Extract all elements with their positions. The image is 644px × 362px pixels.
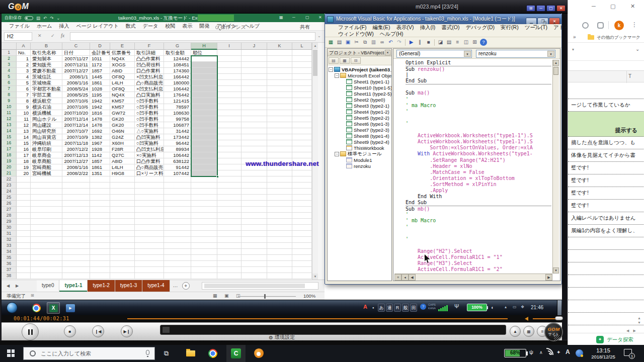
cell[interactable] bbox=[191, 273, 217, 279]
cell[interactable] bbox=[191, 207, 217, 213]
zoom-slider-knob[interactable] bbox=[264, 294, 266, 299]
cell[interactable]: OF8Q bbox=[110, 74, 135, 80]
code-line[interactable]: .SortMethod = xlPinYin bbox=[406, 182, 551, 188]
bookmarks-overflow-icon[interactable]: » bbox=[573, 34, 576, 40]
cell[interactable]: 岡山ホテル bbox=[31, 116, 62, 122]
recorded-excel-icon[interactable]: X bbox=[47, 302, 60, 314]
menu-item[interactable]: ヘルプ(H) bbox=[377, 31, 407, 38]
cell[interactable] bbox=[191, 104, 217, 110]
seek-bar[interactable] bbox=[160, 325, 506, 335]
cell[interactable] bbox=[292, 62, 312, 68]
cell[interactable] bbox=[292, 146, 312, 152]
row-header[interactable]: 24 bbox=[2, 189, 17, 195]
cell[interactable] bbox=[191, 68, 217, 74]
file-explorer-icon[interactable] bbox=[186, 350, 195, 356]
cell[interactable] bbox=[90, 201, 110, 207]
column-header[interactable]: L bbox=[292, 43, 312, 50]
tree-item[interactable]: ThisWorkbook bbox=[328, 145, 391, 151]
cell[interactable] bbox=[292, 207, 312, 213]
formula-expand-icon[interactable]: ⌄ bbox=[317, 34, 321, 38]
ribbon-display-icon[interactable]: ▦ bbox=[279, 15, 283, 20]
cell[interactable] bbox=[217, 104, 242, 110]
cell[interactable] bbox=[292, 68, 312, 74]
cell[interactable] bbox=[164, 201, 191, 207]
cell[interactable]: XOGS bbox=[110, 62, 135, 68]
tree-item[interactable]: Sheet5 (type2-2) bbox=[328, 115, 391, 121]
cell[interactable]: 茨城物産 bbox=[31, 80, 62, 86]
cell[interactable]: 1942 bbox=[90, 98, 110, 104]
view-code-icon[interactable]: ▤ bbox=[329, 57, 339, 64]
volume-slider[interactable] bbox=[533, 318, 556, 319]
cell[interactable]: 96442 bbox=[164, 140, 191, 146]
cell[interactable] bbox=[17, 189, 31, 195]
cell[interactable] bbox=[62, 219, 90, 225]
cell[interactable]: 180000 bbox=[164, 80, 191, 86]
cell[interactable] bbox=[267, 50, 292, 56]
microphone-icon[interactable] bbox=[146, 350, 149, 355]
cell[interactable] bbox=[110, 183, 135, 189]
cell[interactable] bbox=[191, 74, 217, 80]
cell[interactable]: 横浜石油 bbox=[31, 104, 62, 110]
ime-app-icon[interactable]: A bbox=[363, 304, 367, 310]
cell[interactable] bbox=[90, 213, 110, 219]
sheet-scroll-arrows[interactable]: ▲▼ bbox=[637, 316, 641, 325]
expand-icon[interactable]: − bbox=[329, 67, 333, 72]
code-line[interactable]: ' bbox=[406, 224, 551, 230]
cell[interactable] bbox=[267, 122, 292, 128]
cell[interactable]: 宇部工業 bbox=[31, 92, 62, 98]
cell[interactable] bbox=[31, 195, 62, 201]
cell[interactable] bbox=[62, 267, 90, 273]
cell[interactable] bbox=[17, 176, 31, 183]
sheet-tab[interactable]: type0 bbox=[37, 280, 59, 292]
cell[interactable]: 取引先名称 bbox=[31, 50, 62, 56]
menu-item[interactable]: ファイル(F) bbox=[335, 24, 369, 31]
cell[interactable] bbox=[292, 152, 312, 158]
share-button[interactable]: 共有 bbox=[300, 24, 310, 31]
cell[interactable] bbox=[267, 255, 292, 261]
cell[interactable] bbox=[110, 213, 135, 219]
browser-tray-icon[interactable] bbox=[576, 349, 583, 357]
sheet-row[interactable] bbox=[568, 275, 644, 288]
cell[interactable] bbox=[164, 237, 191, 243]
cell[interactable] bbox=[267, 116, 292, 122]
row-header[interactable]: 12 bbox=[2, 116, 17, 122]
cell[interactable] bbox=[90, 195, 110, 201]
cell[interactable] bbox=[217, 183, 242, 189]
sheet-row[interactable] bbox=[568, 313, 644, 325]
cell[interactable]: 1028 bbox=[90, 86, 110, 92]
row-header[interactable]: 11 bbox=[2, 110, 17, 116]
cell[interactable] bbox=[110, 267, 135, 273]
cell[interactable] bbox=[17, 183, 31, 189]
ime-help-icon[interactable]: ? bbox=[420, 304, 426, 310]
cell[interactable]: 106442 bbox=[164, 86, 191, 92]
toolbar-icon[interactable]: ↷ bbox=[395, 38, 404, 46]
cell[interactable] bbox=[110, 219, 135, 225]
cell[interactable] bbox=[242, 225, 267, 231]
other-bookmarks-label[interactable]: その他のブックマーク bbox=[597, 35, 640, 41]
cell[interactable] bbox=[292, 213, 312, 219]
cell[interactable] bbox=[217, 146, 242, 152]
cell[interactable] bbox=[135, 249, 164, 255]
cell[interactable] bbox=[292, 80, 312, 86]
cell[interactable]: 14 bbox=[17, 134, 31, 140]
cell[interactable] bbox=[191, 237, 217, 243]
maximize-button[interactable]: ▢ bbox=[546, 5, 555, 12]
cell[interactable] bbox=[292, 98, 312, 104]
cell[interactable]: 2007/11/18 bbox=[62, 140, 90, 146]
cell[interactable] bbox=[242, 104, 267, 110]
row-header[interactable]: 37 bbox=[2, 267, 17, 273]
cell[interactable] bbox=[217, 267, 242, 273]
cell[interactable] bbox=[17, 213, 31, 219]
toolbar-icon[interactable]: ◪ bbox=[436, 38, 445, 46]
cell[interactable] bbox=[90, 183, 110, 189]
cell[interactable] bbox=[267, 134, 292, 140]
cell[interactable] bbox=[292, 267, 312, 273]
cell[interactable]: 107442 bbox=[164, 170, 191, 176]
cell[interactable]: 1 bbox=[17, 56, 31, 62]
cell[interactable] bbox=[31, 243, 62, 249]
cell[interactable]: 1816 bbox=[90, 110, 110, 116]
cell[interactable]: 宇都宮不動産 bbox=[31, 86, 62, 92]
cell[interactable] bbox=[31, 213, 62, 219]
cell[interactable]: 174360 bbox=[164, 68, 191, 74]
ribbon-tab[interactable]: ホーム bbox=[33, 23, 55, 30]
